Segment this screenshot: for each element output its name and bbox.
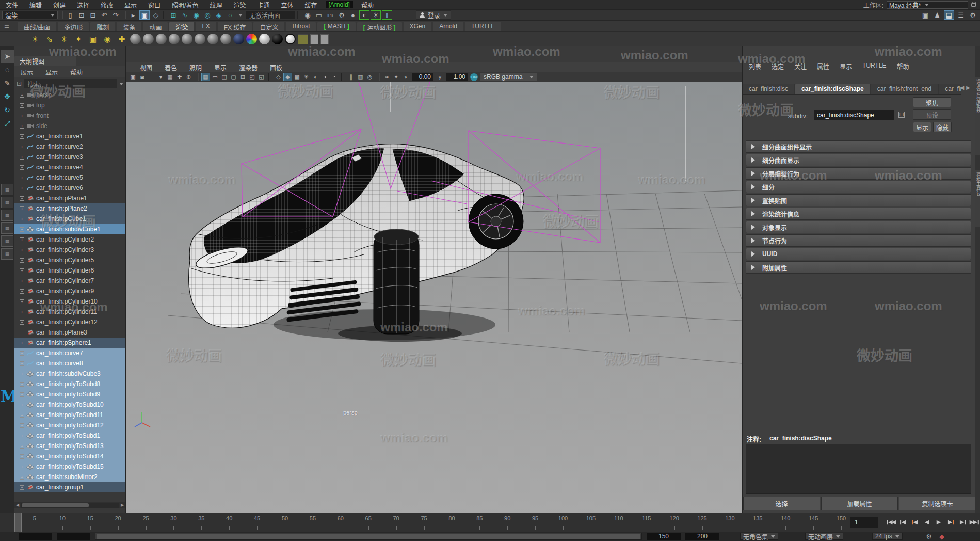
rotate-tool[interactable]: ↻ <box>1 103 14 117</box>
expand-icon[interactable]: + <box>20 289 24 294</box>
use-all-lights-icon[interactable]: ☀ <box>302 73 311 81</box>
viewport-menu-item[interactable]: 视图 <box>134 63 158 72</box>
expand-icon[interactable]: + <box>20 258 24 263</box>
outliner-item[interactable]: +persp <box>14 90 125 100</box>
play-start-field[interactable] <box>57 533 90 540</box>
subdiv-name-field[interactable]: car_finish:discShape <box>814 110 894 120</box>
hypershade-icon[interactable]: ● <box>348 10 358 20</box>
select-camera-icon[interactable]: ▣ <box>128 73 137 81</box>
bookmarks-icon[interactable]: ▾ <box>156 73 165 81</box>
expand-icon[interactable]: + <box>20 392 24 397</box>
open-render-view-icon[interactable]: ◉ <box>302 10 313 20</box>
character-controls-icon[interactable]: ♟ <box>932 10 942 20</box>
film-gate-icon[interactable]: ▭ <box>211 73 219 81</box>
search-input[interactable]: 搜索... <box>24 79 117 88</box>
shelf-tab-Arnold[interactable]: Arnold <box>433 22 463 31</box>
expand-icon[interactable]: + <box>20 299 24 304</box>
expand-icon[interactable]: + <box>20 114 24 118</box>
section-渲染统计信息[interactable]: 渲染统计信息 <box>746 208 971 220</box>
snap-to-view-plane-icon[interactable]: ◈ <box>214 10 224 20</box>
expand-icon[interactable]: + <box>20 268 24 273</box>
motion-blur-icon[interactable]: ◔ <box>330 73 339 81</box>
ae-tab[interactable]: car_finish:front_end <box>871 84 938 94</box>
channel-box-icon[interactable]: ▤ <box>944 10 954 20</box>
section-UUID[interactable]: UUID <box>746 248 971 260</box>
make-live-icon[interactable]: ○ <box>225 10 235 20</box>
material-sphere-icon[interactable] <box>182 34 192 44</box>
copy-tab-icon[interactable]: ❐ <box>898 112 905 118</box>
lock-icon[interactable] <box>971 3 976 7</box>
volume-light-icon[interactable]: ◉ <box>101 33 114 45</box>
viewport-menu-item[interactable]: 照明 <box>183 63 208 72</box>
character-set-dropdown[interactable]: 无角色集 <box>740 533 778 540</box>
menu-帮助[interactable]: 帮助 <box>356 1 379 9</box>
divider[interactable] <box>163 11 166 19</box>
outliner-item[interactable]: +car_finish:polyToSubd11 <box>14 410 125 420</box>
shelf-tab-FX[interactable]: FX <box>196 22 216 31</box>
section-细分[interactable]: 细分 <box>746 181 971 193</box>
menu-选择[interactable]: 选择 <box>71 1 95 9</box>
filter-icon[interactable]: ⊡ <box>17 80 22 87</box>
shelf-tab-Bifrost[interactable]: Bifrost <box>286 22 316 31</box>
resolution-gate-icon[interactable]: ◫ <box>220 73 229 81</box>
outliner-item[interactable]: +car_finish:curve6 <box>14 183 125 193</box>
shadows-icon[interactable]: ◐ <box>311 73 320 81</box>
playback-options-icon[interactable]: ⚙ <box>924 532 934 541</box>
gamma-field[interactable]: 1.00 <box>446 73 468 81</box>
lock-camera-icon[interactable]: ◙ <box>138 73 147 81</box>
anim-end-field[interactable]: 200 <box>685 533 719 540</box>
workspace-dropdown[interactable]: Maya 经典* <box>887 1 968 9</box>
shelf-tab-MASH[interactable]: [ MASH ] <box>317 22 355 31</box>
section-对象显示[interactable]: 对象显示 <box>746 221 971 233</box>
single-pane-layout[interactable]: ▦ <box>1 184 13 195</box>
step-forward-key-button[interactable] <box>945 516 956 529</box>
outliner-menu-item[interactable]: 展示 <box>14 68 39 76</box>
expand-icon[interactable]: + <box>20 382 24 387</box>
outliner-item[interactable]: +side <box>14 121 125 131</box>
expand-icon[interactable]: + <box>20 423 24 428</box>
custom-layout[interactable]: ▦ <box>1 248 13 260</box>
section-节点行为[interactable]: 节点行为 <box>746 234 971 247</box>
tool-settings-icon[interactable]: ⚙ <box>968 10 978 20</box>
fps-dropdown[interactable]: 24 fps <box>872 533 903 540</box>
step-back-key-button[interactable] <box>909 516 921 529</box>
shelf-tab-多边形[interactable]: 多边形 <box>58 22 89 31</box>
pause-viewport-icon[interactable]: ‖ <box>382 10 392 20</box>
image-plane-icon[interactable]: ▦ <box>166 73 174 81</box>
outliner-item[interactable]: +car_finish:pCylinder7 <box>14 276 125 286</box>
lookdev-view-icon[interactable]: ◐ <box>359 10 369 20</box>
outliner-item[interactable]: +car_finish:curve1 <box>14 131 125 141</box>
expand-icon[interactable]: + <box>20 248 24 252</box>
anim-start-field[interactable] <box>19 533 52 540</box>
directional-light-icon[interactable]: ⇘ <box>43 33 56 45</box>
menu-编辑[interactable]: 编辑 <box>24 1 47 9</box>
outliner-item[interactable]: +car_finish:pSphere1 <box>14 338 125 348</box>
footer-button-复制选项卡[interactable]: 复制选项卡 <box>899 497 976 510</box>
render-current-frame-icon[interactable]: ▭ <box>314 10 324 20</box>
outliner-item[interactable]: +car_finish:polyToSubd12 <box>14 420 125 431</box>
side-dock-tab[interactable]: 建模工具包 <box>975 170 980 227</box>
login-dropdown[interactable]: 登录 <box>416 10 451 20</box>
hypershade-persp-layout[interactable]: ▦ <box>1 222 13 234</box>
presets-button[interactable]: 预设 <box>913 109 951 120</box>
outliner-item[interactable]: +car_finish:polyToSubd9 <box>14 389 125 400</box>
select-hierarchy-icon[interactable]: ▸ <box>128 10 138 20</box>
gamma-icon[interactable]: γ <box>436 73 444 81</box>
expand-icon[interactable]: + <box>20 320 24 325</box>
outliner-item[interactable]: +car_finish:subdMirror2 <box>14 472 125 482</box>
go-to-start-button[interactable] <box>886 516 897 529</box>
shelf-menu-icon[interactable]: ☰ <box>4 23 14 30</box>
spot-light-icon[interactable]: ✦ <box>72 33 85 45</box>
symmetry-icon[interactable]: ∥ <box>347 73 356 81</box>
select-object-icon[interactable]: ▣ <box>139 10 150 20</box>
view-transform-dropdown[interactable]: sRGB gamma <box>480 73 537 81</box>
exposure-field[interactable]: 0.00 <box>412 73 433 81</box>
shelf-tab-TURTLE[interactable]: TURTLE <box>465 22 501 31</box>
shelf-tab-动画[interactable]: 动画 <box>143 22 168 31</box>
divider[interactable] <box>297 11 300 19</box>
outliner-menu-item[interactable]: 显示 <box>39 68 64 76</box>
anim-layer-dropdown[interactable]: 无动画层 <box>805 533 843 540</box>
paint-select-tool[interactable]: ✎ <box>1 76 14 90</box>
menu-渲染[interactable]: 渲染 <box>228 1 251 9</box>
viewport-menu-item[interactable]: 渲染器 <box>233 63 264 72</box>
